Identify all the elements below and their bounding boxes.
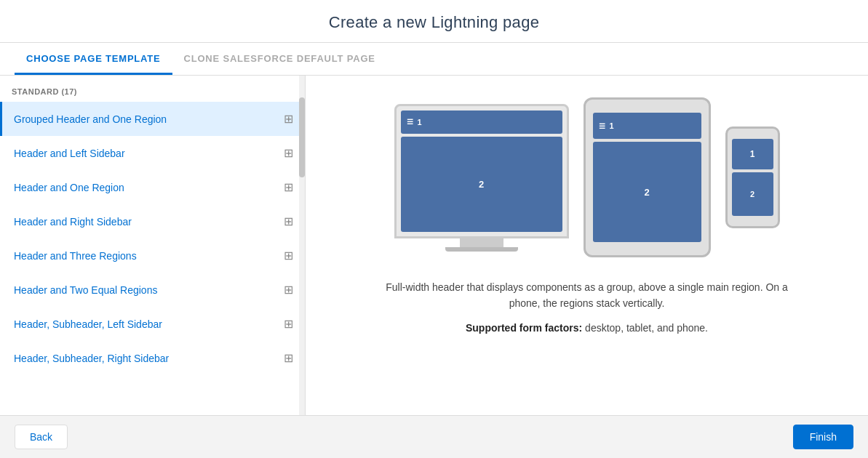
template-icon-2: ⊞ xyxy=(284,180,293,194)
supported-value: desktop, tablet, and phone. xyxy=(585,322,708,334)
desktop-main-region: 2 xyxy=(401,137,562,232)
scrollbar-track[interactable] xyxy=(299,76,305,415)
scrollbar-thumb[interactable] xyxy=(299,97,305,177)
template-icon-3: ⊞ xyxy=(284,214,293,228)
template-item-label-4: Header and Three Regions xyxy=(14,250,137,262)
preview-container: ☰ 1 2 ☰ 1 2 xyxy=(394,97,780,257)
desktop-stand xyxy=(460,238,503,247)
template-item-header-subheader-left[interactable]: Header, Subheader, Left Sidebar ⊞ xyxy=(0,307,305,341)
template-item-grouped-header-one-region[interactable]: Grouped Header and One Region ⊞ xyxy=(0,102,305,136)
phone-region-2: 2 xyxy=(732,172,773,216)
template-icon-5: ⊞ xyxy=(284,283,293,297)
desktop-screen: ☰ 1 2 xyxy=(394,104,569,238)
template-item-label-1: Header and Left Sidebar xyxy=(14,148,125,159)
template-icon-0: ⊞ xyxy=(284,112,293,126)
template-item-label-7: Header, Subheader, Right Sidebar xyxy=(14,353,169,364)
supported-label: Supported form factors: xyxy=(466,322,582,334)
desktop-header-region: ☰ 1 xyxy=(401,111,562,134)
desktop-base xyxy=(445,247,518,252)
template-item-header-one-region[interactable]: Header and One Region ⊞ xyxy=(0,170,305,204)
tab-choose-template[interactable]: CHOOSE PAGE TEMPLATE xyxy=(15,43,172,75)
device-tablet: ☰ 1 2 xyxy=(584,97,711,257)
back-button[interactable]: Back xyxy=(15,425,68,449)
tablet-frame: ☰ 1 2 xyxy=(584,97,711,257)
template-item-label-3: Header and Right Sidebar xyxy=(14,216,132,228)
template-icon-4: ⊞ xyxy=(284,249,293,262)
device-phone: 1 2 xyxy=(725,126,780,228)
tablet-main-label: 2 xyxy=(644,187,649,198)
phone-region1-label: 1 xyxy=(750,149,755,159)
finish-button[interactable]: Finish xyxy=(793,425,853,449)
tablet-header-label: 1 xyxy=(610,121,614,130)
phone-region2-label: 2 xyxy=(750,190,754,198)
footer: Back Finish xyxy=(0,415,868,458)
header-icon: ☰ xyxy=(407,118,413,126)
template-item-header-three-regions[interactable]: Header and Three Regions ⊞ xyxy=(0,238,305,273)
tabs-bar: CHOOSE PAGE TEMPLATE CLONE SALESFORCE DE… xyxy=(0,43,868,76)
template-icon-1: ⊞ xyxy=(284,146,293,160)
template-item-header-right-sidebar[interactable]: Header and Right Sidebar ⊞ xyxy=(0,204,305,238)
template-item-header-left-sidebar[interactable]: Header and Left Sidebar ⊞ xyxy=(0,136,305,170)
phone-frame: 1 2 xyxy=(725,126,780,228)
tablet-header-region: ☰ 1 xyxy=(593,113,701,139)
template-item-label-5: Header and Two Equal Regions xyxy=(14,284,157,296)
template-item-label-6: Header, Subheader, Left Sidebar xyxy=(14,318,162,330)
phone-region-1: 1 xyxy=(732,139,773,169)
device-desktop: ☰ 1 2 xyxy=(394,104,569,252)
template-icon-6: ⊞ xyxy=(284,317,293,331)
modal-title: Create a new Lightning page xyxy=(329,13,539,31)
left-panel: STANDARD (17) Grouped Header and One Reg… xyxy=(0,76,306,415)
content-area: STANDARD (17) Grouped Header and One Reg… xyxy=(0,76,868,415)
description-text: Full-width header that displays componen… xyxy=(383,279,791,312)
desktop-main-label: 2 xyxy=(479,179,484,190)
right-panel: ☰ 1 2 ☰ 1 2 xyxy=(306,76,868,415)
tablet-header-icon: ☰ xyxy=(599,122,605,130)
template-item-header-subheader-right[interactable]: Header, Subheader, Right Sidebar ⊞ xyxy=(0,341,305,375)
modal-header: Create a new Lightning page xyxy=(0,0,868,43)
supported-text: Supported form factors: desktop, tablet,… xyxy=(466,322,708,334)
tab-clone-salesforce[interactable]: CLONE SALESFORCE DEFAULT PAGE xyxy=(172,43,387,75)
template-item-header-two-equal-regions[interactable]: Header and Two Equal Regions ⊞ xyxy=(0,273,305,307)
tablet-main-region: 2 xyxy=(593,142,701,242)
template-item-label-2: Header and One Region xyxy=(14,182,124,193)
template-item-label-0: Grouped Header and One Region xyxy=(14,113,167,125)
template-icon-7: ⊞ xyxy=(284,351,293,365)
section-label: STANDARD (17) xyxy=(0,76,305,102)
desktop-header-label: 1 xyxy=(418,118,422,126)
